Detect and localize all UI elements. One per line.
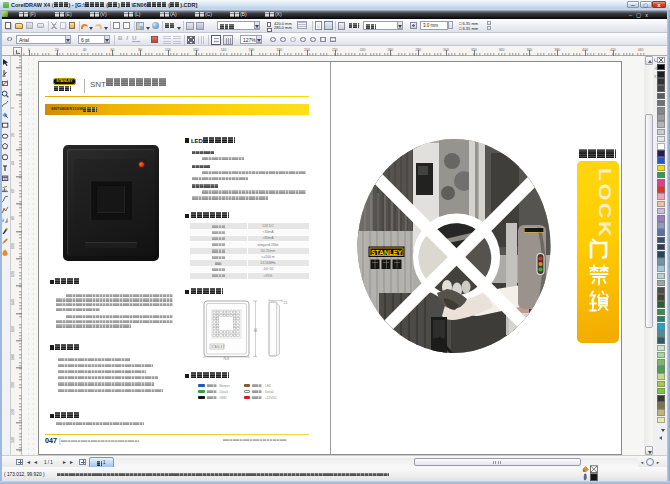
svg-text:STANLEY: STANLEY bbox=[211, 345, 224, 349]
svg-text:76.8: 76.8 bbox=[222, 357, 228, 360]
svg-text:STANLEY: STANLEY bbox=[371, 249, 403, 256]
svg-text:LOCK: LOCK bbox=[596, 168, 613, 239]
svg-text:86: 86 bbox=[254, 328, 258, 332]
svg-text:21: 21 bbox=[284, 301, 288, 305]
